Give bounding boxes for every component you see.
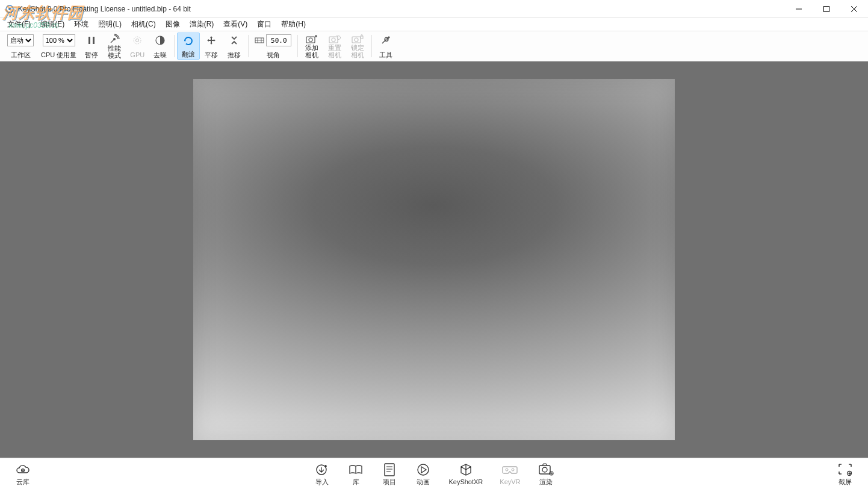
import-button[interactable]: 导入	[305, 462, 339, 486]
animation-icon	[416, 462, 430, 478]
tumble-label: 翻滚	[182, 51, 195, 58]
add-camera-button[interactable]: 添加 相机	[300, 33, 323, 60]
keyvr-label: KeyVR	[500, 478, 520, 486]
cpu-label: CPU 使用量	[41, 51, 76, 58]
svg-point-7	[136, 39, 139, 42]
pan-button[interactable]: 平移	[200, 33, 223, 60]
menu-lighting[interactable]: 照明(L)	[93, 18, 126, 31]
keyshotxr-icon	[459, 462, 473, 478]
fov-label: 视角	[267, 51, 280, 58]
tumble-button[interactable]: 翻滚	[177, 33, 200, 60]
render-icon	[538, 462, 554, 478]
minimize-button[interactable]	[785, 0, 813, 17]
svg-point-20	[418, 464, 429, 475]
menu-file[interactable]: 文件(F)	[2, 18, 36, 31]
cpu-select[interactable]: 100 %	[43, 34, 75, 46]
dolly-button[interactable]: 推移	[223, 33, 246, 60]
fov-group[interactable]: 视角	[251, 33, 295, 60]
project-button[interactable]: 项目	[373, 462, 406, 486]
svg-point-24	[542, 467, 547, 472]
tools-label: 工具	[379, 51, 392, 58]
viewport[interactable]	[0, 61, 868, 458]
denoise-button[interactable]: 去噪	[149, 33, 172, 60]
svg-rect-23	[539, 466, 550, 474]
reset-camera-icon	[329, 34, 341, 44]
cpu-usage-group[interactable]: 100 % CPU 使用量	[37, 33, 80, 60]
app-icon	[5, 4, 14, 14]
reset-camera-button[interactable]: 重置 相机	[323, 33, 346, 60]
svg-rect-2	[824, 6, 829, 11]
render-button[interactable]: 渲染	[529, 462, 563, 486]
workspace-label: 工作区	[11, 51, 31, 58]
tumble-icon	[183, 34, 194, 48]
project-label: 项目	[383, 478, 396, 486]
bottombar: 云库 导入 库 项目 动画 KeyShotXR KeyVR 渲染 截屏	[0, 458, 868, 489]
svg-point-13	[332, 38, 335, 42]
svg-rect-3	[88, 37, 90, 44]
svg-point-15	[355, 38, 358, 42]
svg-rect-4	[93, 37, 95, 44]
cloud-library-button[interactable]: 云库	[6, 462, 40, 486]
pause-icon	[87, 34, 96, 47]
menu-image[interactable]: 图像	[161, 18, 185, 31]
keyvr-button[interactable]: KeyVR	[491, 462, 529, 486]
fov-icon	[255, 36, 264, 45]
lock-camera-label: 锁定 相机	[351, 44, 364, 58]
tools-icon	[380, 34, 391, 47]
fov-input[interactable]	[266, 34, 291, 46]
svg-rect-19	[385, 464, 394, 476]
library-button[interactable]: 库	[339, 462, 373, 486]
toolbar: 启动 工作区 100 % CPU 使用量 暂停 性能 模式 GPU 去噪 翻滚 …	[0, 31, 868, 61]
gpu-icon	[132, 34, 143, 47]
performance-mode-button[interactable]: 性能 模式	[103, 33, 126, 60]
project-icon	[383, 462, 396, 478]
pause-label: 暂停	[85, 51, 98, 58]
tools-button[interactable]: 工具	[374, 33, 397, 60]
animation-button[interactable]: 动画	[406, 462, 440, 486]
pan-icon	[206, 34, 217, 47]
svg-point-1	[8, 8, 11, 10]
window-title: KeyShot 9.0 Pro Floating License - untit…	[18, 5, 191, 13]
menu-render[interactable]: 渲染(R)	[185, 18, 219, 31]
cloud-icon	[15, 462, 31, 478]
performance-icon	[109, 34, 120, 45]
keyvr-icon	[502, 462, 518, 478]
window-controls	[785, 0, 868, 17]
titlebar: KeyShot 9.0 Pro Floating License - untit…	[0, 0, 868, 18]
menu-environment[interactable]: 环境	[69, 18, 93, 31]
cloud-label: 云库	[16, 478, 29, 486]
menubar: 文件(F) 编辑(E) 环境 照明(L) 相机(C) 图像 渲染(R) 查看(V…	[0, 18, 868, 31]
import-label: 导入	[315, 478, 329, 486]
workspace-group[interactable]: 启动 工作区	[4, 33, 37, 60]
performance-label: 性能 模式	[108, 45, 121, 59]
lock-camera-icon	[352, 34, 364, 44]
render-canvas[interactable]	[193, 79, 675, 440]
maximize-button[interactable]	[813, 0, 840, 17]
gpu-label: GPU	[130, 51, 144, 58]
workspace-select[interactable]: 启动	[7, 34, 34, 46]
menu-edit[interactable]: 编辑(E)	[36, 18, 69, 31]
close-button[interactable]	[840, 0, 868, 17]
menu-help[interactable]: 帮助(H)	[276, 18, 311, 31]
menu-camera[interactable]: 相机(C)	[126, 18, 161, 31]
dolly-label: 推移	[228, 51, 241, 58]
keyshotxr-button[interactable]: KeyShotXR	[440, 462, 491, 486]
add-camera-label: 添加 相机	[305, 44, 318, 58]
reset-camera-label: 重置 相机	[328, 44, 341, 58]
animation-label: 动画	[417, 478, 430, 486]
denoise-label: 去噪	[153, 51, 167, 58]
denoise-icon	[155, 34, 166, 47]
menu-window[interactable]: 窗口	[252, 18, 276, 31]
dolly-icon	[229, 34, 240, 47]
lock-camera-button[interactable]: 锁定 相机	[346, 33, 369, 60]
gpu-button[interactable]: GPU	[126, 33, 149, 60]
library-icon	[348, 462, 364, 478]
keyshotxr-label: KeyShotXR	[448, 478, 483, 486]
pause-button[interactable]: 暂停	[80, 33, 103, 60]
svg-point-22	[512, 469, 514, 471]
screenshot-button[interactable]: 截屏	[828, 462, 862, 486]
library-label: 库	[353, 478, 359, 486]
import-icon	[315, 462, 329, 478]
svg-point-6	[134, 37, 141, 44]
menu-view[interactable]: 查看(V)	[219, 18, 252, 31]
